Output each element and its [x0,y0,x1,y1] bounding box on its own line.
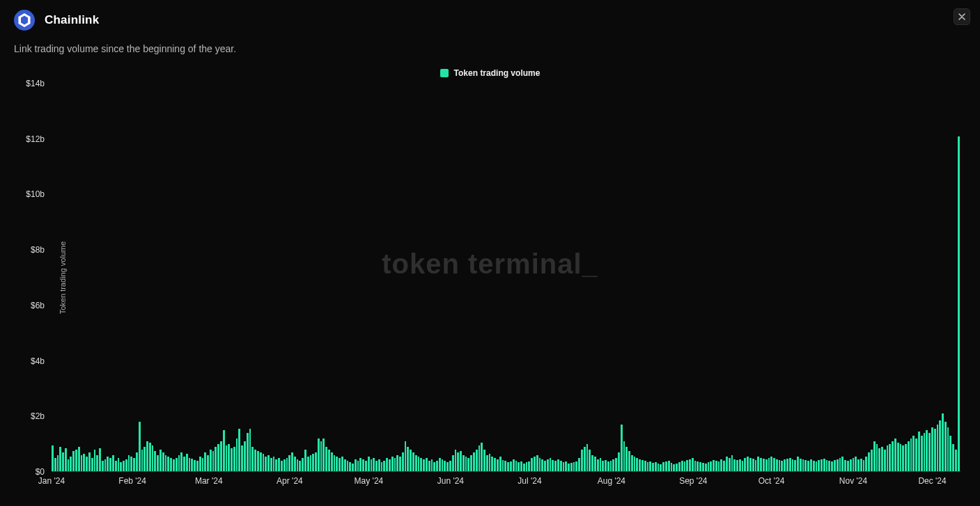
volume-bar [826,460,828,472]
volume-bar [831,461,833,472]
volume-bar [581,450,583,472]
volume-bar [483,450,485,472]
volume-bar [958,136,960,472]
volume-bar [631,455,633,472]
volume-bar [228,444,230,472]
volume-bar [647,462,649,472]
volume-bar [146,441,148,472]
volume-bar [186,454,188,472]
volume-bar [320,441,322,472]
volume-bar [426,458,428,472]
volume-bar [507,462,509,472]
volume-bar [649,461,651,472]
volume-bar [850,459,852,472]
volume-bar [625,447,628,472]
volume-bar [162,452,164,472]
volume-bar [662,462,664,472]
volume-bar [594,457,596,472]
volume-bar [226,445,228,472]
volume-bar [565,461,567,472]
volume-bar [383,461,385,472]
volume-bar [223,430,225,472]
volume-bar [757,457,759,472]
volume-bar [955,450,957,472]
x-tick-label: Sep '24 [679,476,707,486]
volume-bar [128,455,130,472]
volume-bar [539,458,541,472]
volume-bar [924,433,926,472]
volume-bar [233,447,235,472]
x-tick-label: Jan '24 [38,476,65,486]
volume-bar [686,460,688,472]
close-button[interactable] [954,8,970,25]
volume-bar [375,461,378,472]
x-tick-label: May '24 [355,476,384,486]
volume-bar [315,452,317,472]
volume-bar [207,455,209,472]
volume-bar [86,457,88,472]
volume-bar [286,458,288,472]
x-tick-label: Jul '24 [518,476,541,486]
volume-bar [81,455,83,472]
volume-bar [479,445,481,472]
volume-bar [115,461,117,472]
volume-bar [887,445,889,472]
volume-bar [325,447,327,472]
volume-bar [410,450,412,472]
volume-bar [586,444,589,472]
volume-bar [860,459,862,472]
volume-bar [180,452,182,472]
volume-bar [402,452,404,472]
volume-bar [297,459,299,472]
volume-bar [589,450,591,472]
volume-bar [607,461,609,472]
volume-bar [792,459,794,472]
volume-bar [905,444,907,472]
volume-bar [560,461,562,472]
volume-bar [847,461,849,472]
volume-bar [396,455,398,472]
volume-bar [760,458,762,472]
volume-bar [334,455,336,472]
volume-bar [918,432,920,472]
volume-bar [513,459,515,472]
volume-bar [88,452,91,472]
volume-bar [723,461,725,472]
volume-bar [428,461,430,472]
volume-bar [770,457,772,472]
volume-bar [615,458,617,472]
volume-bar [52,445,54,472]
volume-bar [921,436,923,472]
volume-bar [386,458,388,472]
volume-bar [544,461,546,472]
volume-bar [597,459,599,472]
volume-bar [844,460,846,472]
volume-bar [481,443,483,472]
volume-bar [807,461,809,472]
volume-bar [837,459,839,472]
volume-bar [189,458,191,472]
volume-bar [773,458,775,472]
volume-bar [554,461,557,472]
volume-bar [278,458,280,472]
volume-bar [173,459,175,472]
volume-bar [212,451,215,472]
volume-bar [467,458,469,472]
volume-bar [415,455,417,472]
volume-bar [857,459,860,472]
close-icon [958,13,965,20]
volume-bar [136,452,138,472]
volume-bar [130,457,132,472]
volume-bar [868,452,870,472]
volume-bar [934,429,936,472]
volume-bar [157,455,159,472]
volume-bar [915,438,917,472]
volume-bar [412,452,414,472]
volume-bar [78,447,80,472]
volume-bar [446,462,449,472]
volume-bar [194,460,196,472]
volume-bar [257,451,259,472]
volume-bar [947,427,949,472]
volume-bar [283,459,286,472]
volume-bar [839,458,841,472]
